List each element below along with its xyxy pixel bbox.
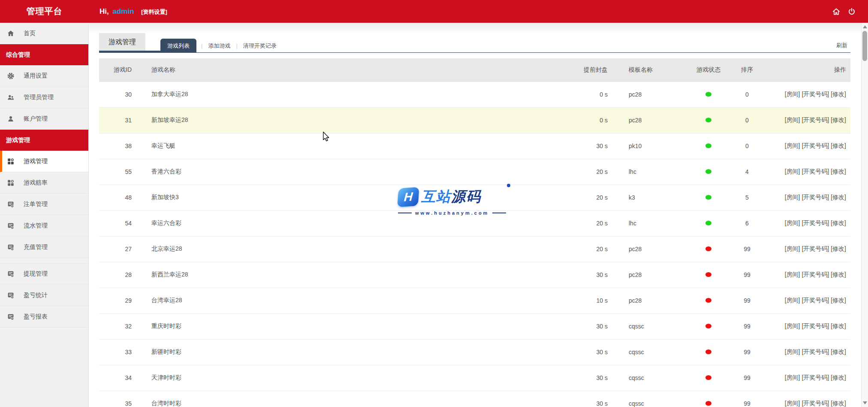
cell-game-status bbox=[689, 185, 728, 210]
action-draw-number[interactable]: [开奖号码] bbox=[802, 322, 829, 329]
cell-close-ahead: 30 s bbox=[571, 339, 609, 365]
tab-clear-draw-records[interactable]: 清理开奖记录 bbox=[242, 42, 277, 50]
sidebar-item-account-management[interactable]: 账户管理 bbox=[0, 108, 88, 130]
sidebar-item-withdrawal-management[interactable]: 提现管理 bbox=[0, 263, 88, 285]
action-room[interactable]: [房间] bbox=[785, 374, 800, 381]
action-room[interactable]: [房间] bbox=[785, 168, 800, 175]
action-draw-number[interactable]: [开奖号码] bbox=[802, 374, 829, 381]
cell-close-ahead: 20 s bbox=[571, 159, 609, 185]
sidebar-item-label: 注单管理 bbox=[24, 200, 48, 208]
cell-close-ahead: 0 s bbox=[571, 107, 609, 133]
action-room[interactable]: [房间] bbox=[785, 194, 800, 200]
header-actions bbox=[832, 0, 856, 23]
action-room[interactable]: [房间] bbox=[785, 297, 800, 304]
cell-game-id: 28 bbox=[99, 262, 138, 288]
action-edit[interactable]: [修改] bbox=[831, 219, 846, 226]
main-content: 游戏管理 游戏列表|添加游戏|清理开奖记录 刷新 游戏ID游戏名称提前封盘模板名… bbox=[89, 23, 861, 407]
action-edit[interactable]: [修改] bbox=[831, 297, 846, 304]
status-dot-on bbox=[705, 195, 711, 200]
table-row: 32重庆时时彩30 scqssc99[房间][开奖号码][修改] bbox=[99, 313, 850, 339]
cell-template-name: cqssc bbox=[609, 313, 689, 339]
cell-actions: [房间][开奖号码][修改] bbox=[766, 82, 850, 107]
cell-close-ahead: 30 s bbox=[571, 391, 609, 407]
action-draw-number[interactable]: [开奖号码] bbox=[802, 219, 829, 226]
power-logout-icon[interactable] bbox=[847, 7, 856, 16]
column-header: 操作 bbox=[766, 58, 850, 82]
action-room[interactable]: [房间] bbox=[785, 219, 800, 226]
table-header-row: 游戏ID游戏名称提前封盘模板名称游戏状态排序操作 bbox=[99, 58, 850, 82]
action-draw-number[interactable]: [开奖号码] bbox=[802, 271, 829, 278]
scrollbar-down-arrow-icon[interactable] bbox=[863, 401, 867, 404]
status-dot-off bbox=[705, 401, 711, 406]
tab-game-list[interactable]: 游戏列表 bbox=[160, 39, 196, 53]
cell-close-ahead: 10 s bbox=[571, 288, 609, 313]
action-edit[interactable]: [修改] bbox=[831, 374, 846, 381]
action-draw-number[interactable]: [开奖号码] bbox=[802, 245, 829, 252]
refresh-button[interactable]: 刷新 bbox=[836, 42, 847, 49]
action-edit[interactable]: [修改] bbox=[831, 400, 846, 407]
action-draw-number[interactable]: [开奖号码] bbox=[802, 142, 829, 149]
action-draw-number[interactable]: [开奖号码] bbox=[802, 116, 829, 123]
action-draw-number[interactable]: [开奖号码] bbox=[802, 400, 829, 407]
action-room[interactable]: [房间] bbox=[785, 400, 800, 407]
sidebar-item-home[interactable]: 首页 bbox=[0, 23, 88, 44]
cell-actions: [房间][开奖号码][修改] bbox=[766, 159, 850, 185]
home-icon bbox=[7, 30, 15, 37]
action-edit[interactable]: [修改] bbox=[831, 245, 846, 252]
user-icon bbox=[7, 115, 15, 123]
sidebar-item-admin-management[interactable]: 管理员管理 bbox=[0, 87, 88, 108]
sidebar-item-bet-order-management[interactable]: 注单管理 bbox=[0, 194, 88, 215]
cell-game-status bbox=[689, 262, 728, 288]
sidebar-item-recharge-management[interactable]: 充值管理 bbox=[0, 237, 88, 258]
table-row: 31新加坡幸运280 spc280[房间][开奖号码][修改] bbox=[99, 107, 850, 133]
cell-game-id: 27 bbox=[99, 236, 138, 262]
action-room[interactable]: [房间] bbox=[785, 245, 800, 252]
sidebar-item-turnover-management[interactable]: 流水管理 bbox=[0, 215, 88, 237]
sidebar-section-general-management: 综合管理 bbox=[0, 44, 88, 65]
action-draw-number[interactable]: [开奖号码] bbox=[802, 194, 829, 200]
table-row: 33新疆时时彩30 scqssc99[房间][开奖号码][修改] bbox=[99, 339, 850, 365]
action-edit[interactable]: [修改] bbox=[831, 271, 846, 278]
action-draw-number[interactable]: [开奖号码] bbox=[802, 168, 829, 175]
report-icon bbox=[7, 200, 15, 208]
column-header: 游戏名称 bbox=[138, 58, 571, 82]
tab-add-game[interactable]: 添加游戏 bbox=[207, 42, 231, 50]
sidebar-item-game-odds[interactable]: 游戏赔率 bbox=[0, 172, 88, 194]
action-room[interactable]: [房间] bbox=[785, 116, 800, 123]
cell-game-name: 幸运六合彩 bbox=[138, 210, 571, 236]
tab-bar: 游戏管理 游戏列表|添加游戏|清理开奖记录 刷新 bbox=[89, 23, 861, 58]
status-dot-on bbox=[705, 169, 711, 174]
action-edit[interactable]: [修改] bbox=[831, 348, 846, 355]
action-edit[interactable]: [修改] bbox=[831, 322, 846, 329]
cell-close-ahead: 20 s bbox=[571, 236, 609, 262]
scrollbar-thumb[interactable] bbox=[862, 31, 867, 61]
scrollbar-up-arrow-icon[interactable] bbox=[863, 25, 867, 28]
cell-template-name: k3 bbox=[609, 185, 689, 210]
profile-settings-link[interactable]: [资料设置] bbox=[141, 9, 167, 15]
action-room[interactable]: [房间] bbox=[785, 271, 800, 278]
sidebar-item-profit-report[interactable]: 盈亏报表 bbox=[0, 306, 88, 328]
action-edit[interactable]: [修改] bbox=[831, 168, 846, 175]
action-room[interactable]: [房间] bbox=[785, 142, 800, 149]
cell-close-ahead: 20 s bbox=[571, 210, 609, 236]
action-draw-number[interactable]: [开奖号码] bbox=[802, 91, 829, 97]
action-draw-number[interactable]: [开奖号码] bbox=[802, 348, 829, 355]
sidebar-item-game-management[interactable]: 游戏管理 bbox=[0, 151, 88, 172]
sidebar-item-label: 管理员管理 bbox=[24, 94, 54, 101]
sidebar-item-profit-statistics[interactable]: 盈亏统计 bbox=[0, 285, 88, 306]
grid-icon bbox=[7, 179, 15, 187]
action-edit[interactable]: [修改] bbox=[831, 91, 846, 97]
action-room[interactable]: [房间] bbox=[785, 348, 800, 355]
cell-actions: [房间][开奖号码][修改] bbox=[766, 262, 850, 288]
vertical-scrollbar[interactable] bbox=[861, 23, 868, 407]
action-edit[interactable]: [修改] bbox=[831, 194, 846, 200]
home-icon[interactable] bbox=[832, 7, 841, 16]
cell-template-name: pk10 bbox=[609, 133, 689, 159]
action-room[interactable]: [房间] bbox=[785, 322, 800, 329]
action-room[interactable]: [房间] bbox=[785, 91, 800, 97]
action-draw-number[interactable]: [开奖号码] bbox=[802, 297, 829, 304]
action-edit[interactable]: [修改] bbox=[831, 142, 846, 149]
action-edit[interactable]: [修改] bbox=[831, 116, 846, 123]
gear-icon bbox=[7, 72, 15, 80]
sidebar-item-general-settings[interactable]: 通用设置 bbox=[0, 65, 88, 87]
